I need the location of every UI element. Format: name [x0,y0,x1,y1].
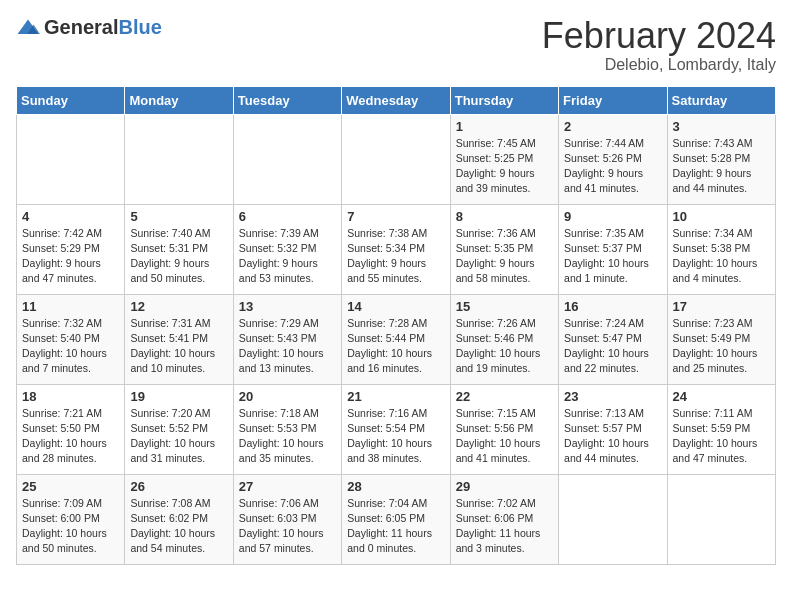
calendar-cell: 8Sunrise: 7:36 AMSunset: 5:35 PMDaylight… [450,204,558,294]
calendar-cell [233,114,341,204]
day-number: 21 [347,389,444,404]
calendar-cell: 29Sunrise: 7:02 AMSunset: 6:06 PMDayligh… [450,474,558,564]
calendar-cell: 19Sunrise: 7:20 AMSunset: 5:52 PMDayligh… [125,384,233,474]
day-number: 24 [673,389,770,404]
page-header: GeneralBlue February 2024 Delebio, Lomba… [16,16,776,74]
weekday-header-monday: Monday [125,86,233,114]
calendar-week-1: 1Sunrise: 7:45 AMSunset: 5:25 PMDaylight… [17,114,776,204]
calendar-week-2: 4Sunrise: 7:42 AMSunset: 5:29 PMDaylight… [17,204,776,294]
day-info: Sunrise: 7:39 AMSunset: 5:32 PMDaylight:… [239,226,336,287]
calendar-cell: 17Sunrise: 7:23 AMSunset: 5:49 PMDayligh… [667,294,775,384]
day-number: 14 [347,299,444,314]
logo-text: GeneralBlue [44,16,162,39]
day-number: 11 [22,299,119,314]
day-info: Sunrise: 7:04 AMSunset: 6:05 PMDaylight:… [347,496,444,557]
calendar-week-4: 18Sunrise: 7:21 AMSunset: 5:50 PMDayligh… [17,384,776,474]
day-info: Sunrise: 7:18 AMSunset: 5:53 PMDaylight:… [239,406,336,467]
calendar-cell [17,114,125,204]
day-number: 2 [564,119,661,134]
day-number: 26 [130,479,227,494]
day-info: Sunrise: 7:44 AMSunset: 5:26 PMDaylight:… [564,136,661,197]
day-info: Sunrise: 7:16 AMSunset: 5:54 PMDaylight:… [347,406,444,467]
day-number: 29 [456,479,553,494]
calendar-cell [667,474,775,564]
day-number: 15 [456,299,553,314]
calendar-cell [559,474,667,564]
day-number: 20 [239,389,336,404]
calendar-cell: 16Sunrise: 7:24 AMSunset: 5:47 PMDayligh… [559,294,667,384]
day-number: 19 [130,389,227,404]
day-number: 6 [239,209,336,224]
calendar-table: SundayMondayTuesdayWednesdayThursdayFrid… [16,86,776,565]
calendar-cell: 27Sunrise: 7:06 AMSunset: 6:03 PMDayligh… [233,474,341,564]
weekday-header-friday: Friday [559,86,667,114]
weekday-header-thursday: Thursday [450,86,558,114]
day-number: 17 [673,299,770,314]
weekday-header-sunday: Sunday [17,86,125,114]
calendar-cell: 15Sunrise: 7:26 AMSunset: 5:46 PMDayligh… [450,294,558,384]
calendar-cell: 3Sunrise: 7:43 AMSunset: 5:28 PMDaylight… [667,114,775,204]
calendar-cell: 18Sunrise: 7:21 AMSunset: 5:50 PMDayligh… [17,384,125,474]
day-info: Sunrise: 7:11 AMSunset: 5:59 PMDaylight:… [673,406,770,467]
day-number: 7 [347,209,444,224]
day-info: Sunrise: 7:28 AMSunset: 5:44 PMDaylight:… [347,316,444,377]
day-info: Sunrise: 7:09 AMSunset: 6:00 PMDaylight:… [22,496,119,557]
month-title: February 2024 [542,16,776,56]
day-number: 4 [22,209,119,224]
day-number: 9 [564,209,661,224]
day-info: Sunrise: 7:40 AMSunset: 5:31 PMDaylight:… [130,226,227,287]
day-number: 22 [456,389,553,404]
calendar-week-3: 11Sunrise: 7:32 AMSunset: 5:40 PMDayligh… [17,294,776,384]
calendar-cell: 25Sunrise: 7:09 AMSunset: 6:00 PMDayligh… [17,474,125,564]
weekday-header-saturday: Saturday [667,86,775,114]
calendar-cell: 24Sunrise: 7:11 AMSunset: 5:59 PMDayligh… [667,384,775,474]
day-info: Sunrise: 7:31 AMSunset: 5:41 PMDaylight:… [130,316,227,377]
weekday-header-tuesday: Tuesday [233,86,341,114]
calendar-cell: 9Sunrise: 7:35 AMSunset: 5:37 PMDaylight… [559,204,667,294]
day-info: Sunrise: 7:15 AMSunset: 5:56 PMDaylight:… [456,406,553,467]
calendar-title-area: February 2024 Delebio, Lombardy, Italy [542,16,776,74]
day-info: Sunrise: 7:24 AMSunset: 5:47 PMDaylight:… [564,316,661,377]
logo: GeneralBlue [16,16,162,39]
logo-general: General [44,16,118,38]
calendar-cell: 1Sunrise: 7:45 AMSunset: 5:25 PMDaylight… [450,114,558,204]
calendar-cell: 22Sunrise: 7:15 AMSunset: 5:56 PMDayligh… [450,384,558,474]
day-info: Sunrise: 7:20 AMSunset: 5:52 PMDaylight:… [130,406,227,467]
day-info: Sunrise: 7:21 AMSunset: 5:50 PMDaylight:… [22,406,119,467]
day-number: 5 [130,209,227,224]
day-number: 3 [673,119,770,134]
logo-blue: Blue [118,16,161,38]
calendar-cell: 28Sunrise: 7:04 AMSunset: 6:05 PMDayligh… [342,474,450,564]
day-number: 8 [456,209,553,224]
calendar-cell: 23Sunrise: 7:13 AMSunset: 5:57 PMDayligh… [559,384,667,474]
calendar-cell: 10Sunrise: 7:34 AMSunset: 5:38 PMDayligh… [667,204,775,294]
day-info: Sunrise: 7:02 AMSunset: 6:06 PMDaylight:… [456,496,553,557]
calendar-cell: 11Sunrise: 7:32 AMSunset: 5:40 PMDayligh… [17,294,125,384]
calendar-cell: 6Sunrise: 7:39 AMSunset: 5:32 PMDaylight… [233,204,341,294]
calendar-cell: 7Sunrise: 7:38 AMSunset: 5:34 PMDaylight… [342,204,450,294]
calendar-cell: 5Sunrise: 7:40 AMSunset: 5:31 PMDaylight… [125,204,233,294]
calendar-cell: 13Sunrise: 7:29 AMSunset: 5:43 PMDayligh… [233,294,341,384]
day-number: 25 [22,479,119,494]
day-info: Sunrise: 7:36 AMSunset: 5:35 PMDaylight:… [456,226,553,287]
calendar-cell: 12Sunrise: 7:31 AMSunset: 5:41 PMDayligh… [125,294,233,384]
day-info: Sunrise: 7:29 AMSunset: 5:43 PMDaylight:… [239,316,336,377]
day-info: Sunrise: 7:13 AMSunset: 5:57 PMDaylight:… [564,406,661,467]
day-number: 23 [564,389,661,404]
day-number: 1 [456,119,553,134]
calendar-cell: 20Sunrise: 7:18 AMSunset: 5:53 PMDayligh… [233,384,341,474]
day-number: 13 [239,299,336,314]
day-number: 27 [239,479,336,494]
location-title: Delebio, Lombardy, Italy [542,56,776,74]
calendar-cell: 4Sunrise: 7:42 AMSunset: 5:29 PMDaylight… [17,204,125,294]
day-number: 18 [22,389,119,404]
calendar-cell: 21Sunrise: 7:16 AMSunset: 5:54 PMDayligh… [342,384,450,474]
day-info: Sunrise: 7:26 AMSunset: 5:46 PMDaylight:… [456,316,553,377]
day-info: Sunrise: 7:32 AMSunset: 5:40 PMDaylight:… [22,316,119,377]
calendar-cell: 14Sunrise: 7:28 AMSunset: 5:44 PMDayligh… [342,294,450,384]
day-info: Sunrise: 7:42 AMSunset: 5:29 PMDaylight:… [22,226,119,287]
day-info: Sunrise: 7:23 AMSunset: 5:49 PMDaylight:… [673,316,770,377]
day-info: Sunrise: 7:08 AMSunset: 6:02 PMDaylight:… [130,496,227,557]
weekday-header-wednesday: Wednesday [342,86,450,114]
day-number: 16 [564,299,661,314]
